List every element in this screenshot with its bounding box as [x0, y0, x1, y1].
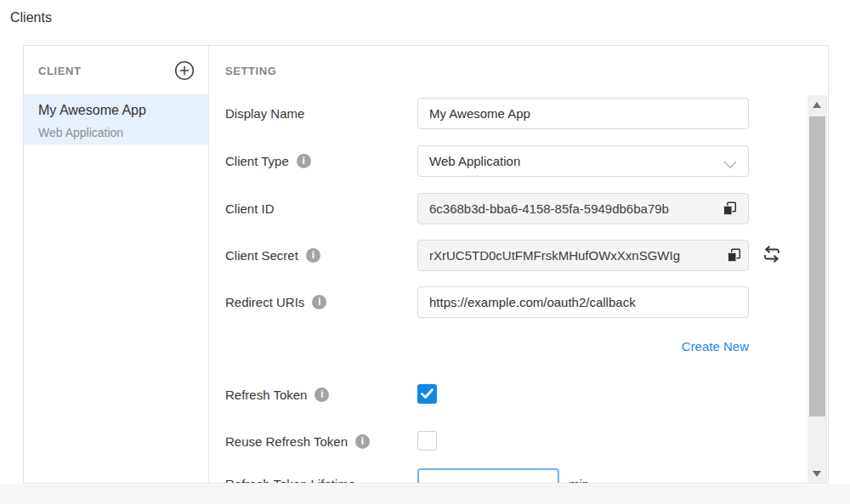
client-name: My Awesome App — [38, 103, 146, 118]
client-secret-value: rXrUC5TD0cUtFMFrskMHufOWxXxnSGWIg — [429, 241, 745, 270]
page-title: Clients — [10, 10, 52, 25]
display-name-row: Display Name — [225, 98, 828, 129]
redirect-uris-row: Redirect URIs i — [225, 286, 828, 318]
triangle-down-icon — [813, 471, 821, 477]
copy-client-secret-button[interactable] — [727, 248, 741, 263]
scrollbar-track[interactable] — [808, 95, 827, 483]
client-type-selected-value: Web Application — [429, 146, 520, 176]
reuse-refresh-token-checkbox[interactable] — [417, 431, 437, 450]
scroll-up-button[interactable] — [808, 95, 827, 114]
refresh-token-lifetime-input[interactable] — [417, 468, 559, 484]
client-list-header: CLIENT — [24, 46, 208, 94]
reuse-refresh-token-row: Reuse Refresh Token i — [225, 431, 828, 451]
client-list-item[interactable]: My Awesome App Web Application — [24, 94, 208, 144]
client-id-field: 6c368b3d-bba6-4158-85fa-5949db6ba79b — [417, 193, 749, 224]
refresh-token-row: Refresh Token i — [225, 384, 828, 405]
display-name-input[interactable] — [417, 98, 749, 129]
plus-circle-icon — [174, 71, 195, 83]
client-secret-field: rXrUC5TD0cUtFMFrskMHufOWxXxnSGWIg — [417, 240, 749, 271]
info-icon[interactable]: i — [355, 434, 370, 449]
client-id-value: 6c368b3d-bba6-4158-85fa-5949db6ba79b — [429, 194, 745, 224]
client-list-sidebar: CLIENT My Awesome App Web Application — [24, 46, 209, 483]
chevron-down-icon — [723, 157, 737, 172]
refresh-token-label: Refresh Token i — [225, 384, 329, 405]
copy-client-id-button[interactable] — [722, 201, 737, 216]
client-type-label: Client Type i — [225, 145, 311, 177]
info-icon[interactable]: i — [312, 295, 326, 309]
reuse-refresh-token-label: Reuse Refresh Token i — [225, 431, 370, 451]
scrollbar-thumb[interactable] — [809, 116, 825, 416]
clients-panel: CLIENT My Awesome App Web Application SE… — [23, 45, 829, 484]
client-list-header-label: CLIENT — [38, 65, 82, 77]
settings-header: SETTING — [225, 65, 277, 77]
triangle-up-icon — [813, 102, 821, 108]
settings-pane: SETTING Display Name Client Type i Web A… — [210, 46, 828, 483]
redirect-uris-label: Redirect URIs i — [225, 286, 326, 318]
redirect-uri-input[interactable] — [417, 286, 749, 318]
client-secret-row: Client Secret i rXrUC5TD0cUtFMFrskMHufOW… — [225, 240, 828, 271]
page-background-strip — [0, 484, 850, 504]
client-type-select[interactable]: Web Application — [417, 145, 749, 177]
info-icon[interactable]: i — [297, 154, 311, 168]
client-id-row: Client ID 6c368b3d-bba6-4158-85fa-5949db… — [225, 193, 828, 224]
client-type-row: Client Type i Web Application — [225, 145, 828, 177]
scroll-down-button[interactable] — [808, 464, 827, 483]
display-name-label: Display Name — [225, 98, 304, 129]
refresh-token-checkbox[interactable] — [417, 384, 437, 404]
regenerate-icon — [761, 255, 783, 268]
refresh-token-lifetime-label: Refresh Token Lifetime — [225, 468, 355, 484]
client-secret-label: Client Secret i — [225, 240, 320, 271]
info-icon[interactable]: i — [314, 388, 329, 402]
checkmark-icon — [417, 392, 437, 406]
add-client-button[interactable] — [174, 60, 195, 81]
minutes-unit-label: min — [569, 468, 589, 484]
info-icon[interactable]: i — [306, 248, 320, 263]
client-id-label: Client ID — [225, 193, 275, 224]
client-type-subtitle: Web Application — [38, 126, 123, 139]
regenerate-secret-button[interactable] — [761, 243, 783, 265]
refresh-token-lifetime-row: Refresh Token Lifetime min — [225, 468, 828, 484]
create-new-link[interactable]: Create New — [225, 339, 749, 354]
